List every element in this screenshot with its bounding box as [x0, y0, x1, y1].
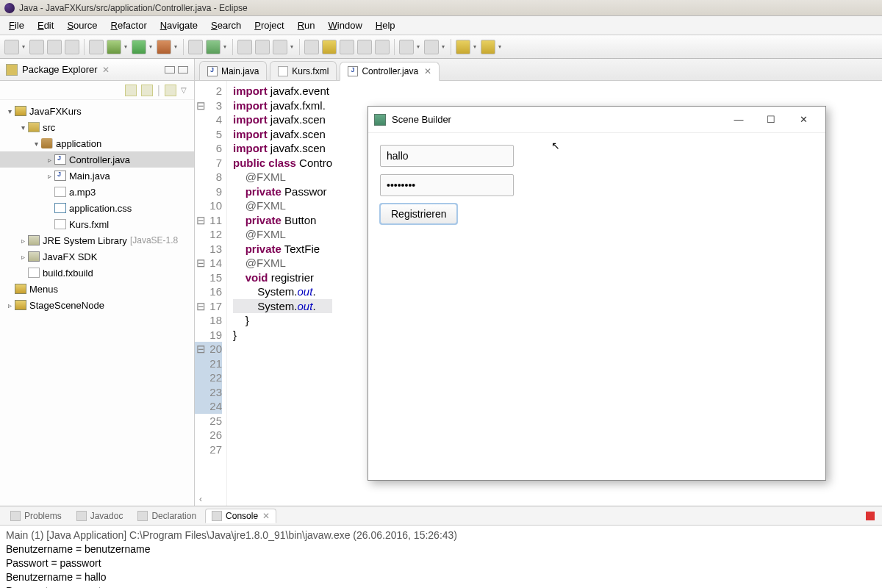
code-line[interactable]: System.out.	[233, 284, 332, 299]
twisty-icon[interactable]: ▹	[18, 237, 28, 245]
console-icon	[212, 511, 222, 521]
package-tree[interactable]: ▾JavaFXKurs▾src▾application▹Controller.j…	[0, 100, 194, 316]
menu-window[interactable]: Window	[323, 18, 368, 32]
menu-navigate[interactable]: Navigate	[154, 18, 204, 32]
code-line[interactable]: @FXML	[233, 198, 332, 213]
tree-item-kurs-fxml[interactable]: ▹Kurs.fxml	[0, 216, 194, 232]
code-line[interactable]: @FXML	[233, 227, 332, 242]
bottom-tab-declaration[interactable]: Declaration	[132, 509, 202, 523]
dropdown-icon[interactable]: ▽	[181, 86, 187, 94]
menu-project[interactable]: Project	[248, 18, 290, 32]
code-line[interactable]: @FXML	[233, 256, 332, 270]
close-icon[interactable]: ✕	[102, 65, 110, 75]
wrap-button[interactable]	[375, 40, 390, 54]
tree-item-javafx-sdk[interactable]: ▹JavaFX SDK	[0, 248, 194, 265]
close-icon[interactable]: ✕	[262, 511, 270, 521]
code-line[interactable]: @FXML	[233, 170, 332, 184]
toggle-button[interactable]	[65, 40, 79, 54]
terminate-button[interactable]	[866, 512, 875, 520]
menu-refactor[interactable]: Refactor	[105, 18, 153, 32]
tree-item-main-java[interactable]: ▹Main.java	[0, 168, 194, 184]
tree-item-javafxkurs[interactable]: ▾JavaFXKurs	[0, 103, 194, 119]
save-button[interactable]	[29, 40, 44, 54]
code-line[interactable]: private Passwor	[233, 184, 332, 199]
menu-source[interactable]: Source	[61, 18, 103, 32]
toggle-breadcrumb-button[interactable]	[304, 40, 319, 54]
tab-main-java[interactable]: Main.java	[199, 61, 267, 80]
maximize-button[interactable]: ☐	[755, 110, 787, 130]
code-line[interactable]: import javafx.fxml.	[233, 98, 332, 113]
show-whitespace-button[interactable]	[357, 40, 372, 54]
code-text[interactable]: import javafx.eventimport javafx.fxml.im…	[227, 81, 338, 506]
bottom-tab-console[interactable]: Console✕	[205, 509, 276, 523]
close-icon[interactable]: ✕	[424, 66, 431, 76]
bottom-tab-javadoc[interactable]: Javadoc	[71, 509, 129, 523]
tree-item-src[interactable]: ▾src	[0, 119, 194, 135]
mark-occurrences-button[interactable]	[322, 40, 337, 54]
code-line[interactable]: System.out.	[233, 299, 332, 314]
wand-button[interactable]	[89, 40, 104, 54]
bottom-tab-problems[interactable]: Problems	[4, 509, 68, 523]
minimize-button[interactable]: —	[723, 110, 755, 130]
save-all-button[interactable]	[47, 40, 62, 54]
open-task-button[interactable]	[255, 40, 270, 54]
menu-run[interactable]: Run	[292, 18, 321, 32]
menu-file[interactable]: File	[3, 18, 30, 32]
tab-controller-java[interactable]: Controller.java✕	[340, 62, 440, 81]
block-selection-button[interactable]	[340, 40, 354, 54]
tree-item-controller-java[interactable]: ▹Controller.java	[0, 151, 194, 168]
tree-item-jre-system-library[interactable]: ▹JRE System Library[JavaSE-1.8	[0, 232, 194, 248]
tree-item-stagescenenode[interactable]: ▹StageSceneNode	[0, 297, 194, 313]
tree-item-build-fxbuild[interactable]: ▹build.fxbuild	[0, 265, 194, 281]
ext-tools-button[interactable]	[157, 40, 171, 54]
code-line[interactable]: import javafx.event	[233, 84, 332, 98]
menu-help[interactable]: Help	[370, 18, 401, 32]
scroll-left-icon[interactable]: ‹	[199, 494, 202, 504]
tree-item-a-mp3[interactable]: ▹a.mp3	[0, 184, 194, 200]
code-line[interactable]: import javafx.scen	[233, 141, 332, 156]
tree-item-application[interactable]: ▾application	[0, 135, 194, 151]
twisty-icon[interactable]: ▹	[4, 301, 15, 309]
run-button[interactable]	[132, 40, 146, 54]
code-line[interactable]: void registrier	[233, 270, 332, 285]
view-menu-button[interactable]	[165, 85, 176, 96]
annotation-next-button[interactable]	[424, 40, 439, 54]
code-line[interactable]: public class Contro	[233, 156, 332, 171]
password-field[interactable]	[380, 174, 514, 196]
tree-item-menus[interactable]: ▹Menus	[0, 281, 194, 297]
menu-edit[interactable]: Edit	[32, 18, 60, 32]
forward-button[interactable]	[481, 40, 495, 54]
back-button[interactable]	[456, 40, 470, 54]
new-button[interactable]	[4, 40, 19, 54]
code-line[interactable]: private TextFie	[233, 242, 332, 257]
code-line[interactable]: import javafx.scen	[233, 127, 332, 142]
debug-button[interactable]	[107, 40, 121, 54]
twisty-icon[interactable]: ▹	[44, 172, 54, 180]
minimize-view-button[interactable]	[165, 66, 175, 74]
collapse-all-button[interactable]	[125, 85, 137, 96]
link-editor-button[interactable]	[141, 85, 153, 96]
tab-kurs-fxml[interactable]: Kurs.fxml	[270, 61, 337, 80]
twisty-icon[interactable]: ▾	[4, 107, 15, 115]
twisty-icon[interactable]: ▹	[18, 253, 28, 261]
annotation-prev-button[interactable]	[399, 40, 414, 54]
tree-item-application-css[interactable]: ▹application.css	[0, 200, 194, 216]
twisty-icon[interactable]: ▾	[31, 140, 41, 148]
console-output[interactable]: Main (1) [Java Application] C:\Program F…	[0, 526, 882, 588]
code-line[interactable]: }	[233, 313, 332, 328]
new-package-button[interactable]	[188, 40, 203, 54]
code-line[interactable]: import javafx.scen	[233, 112, 332, 127]
maximize-view-button[interactable]	[178, 66, 188, 74]
code-line[interactable]: }	[233, 328, 332, 343]
twisty-icon[interactable]: ▹	[44, 156, 54, 164]
new-class-button[interactable]	[206, 40, 220, 54]
code-line[interactable]: private Button	[233, 213, 332, 228]
username-field[interactable]	[380, 145, 514, 167]
twisty-icon[interactable]: ▾	[18, 123, 28, 132]
register-button[interactable]: Registrieren	[380, 204, 457, 224]
menu-search[interactable]: Search	[205, 18, 247, 32]
search-button[interactable]	[273, 40, 287, 54]
open-type-button[interactable]	[237, 40, 252, 54]
dialog-titlebar[interactable]: Scene Builder — ☐ ✕	[368, 107, 825, 133]
close-button[interactable]: ✕	[787, 110, 820, 130]
